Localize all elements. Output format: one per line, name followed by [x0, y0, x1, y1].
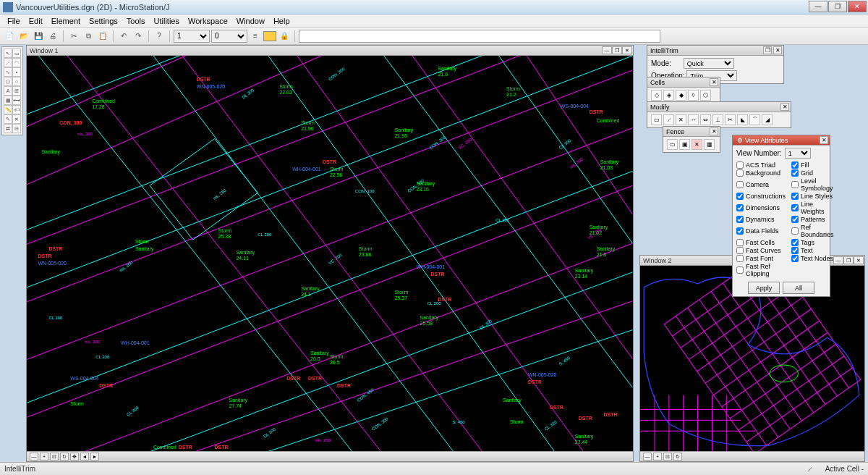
panel-modify-title[interactable]: Modify ✕ [647, 102, 791, 112]
save-file-button[interactable]: 💾 [32, 30, 45, 43]
view1-btn-next[interactable]: ► [90, 453, 99, 461]
panel-cells-close[interactable]: ✕ [710, 78, 718, 86]
modify-chamfer-button[interactable]: ◢ [762, 114, 773, 125]
tool-point[interactable]: • [12, 67, 21, 77]
intellitrim-mode-select[interactable]: Quick [684, 58, 734, 69]
menu-tools[interactable]: Tools [122, 15, 150, 27]
view2-btn-a[interactable]: — [643, 453, 652, 461]
fence-manipulate-button[interactable]: ✕ [692, 139, 702, 150]
panel-intellitrim-close[interactable]: ✕ [773, 46, 782, 54]
tool-select[interactable]: ↖ [4, 49, 12, 58]
panel-fence-title[interactable]: Fence ✕ [663, 127, 720, 137]
status-active-cell[interactable]: Active Cell - [825, 465, 864, 473]
view1-btn-a[interactable]: — [30, 453, 38, 461]
view1-canvas[interactable]: Combined 17.28 CON, 300 nls, 300 Sanitar… [27, 56, 633, 451]
tool-curve[interactable]: ∿ [4, 67, 12, 77]
lock-button[interactable]: 🔒 [278, 30, 291, 43]
open-file-button[interactable]: 📂 [17, 30, 30, 43]
viewattr-check-fast-ref-clipping[interactable] [736, 266, 744, 274]
view1-btn-pan[interactable]: ✥ [70, 453, 79, 461]
active-color-swatch[interactable] [263, 31, 276, 41]
viewattr-check-grid[interactable] [791, 169, 799, 177]
modify-trim-button[interactable]: ⊥ [712, 114, 723, 125]
linestyle-select[interactable]: 0 [211, 30, 247, 43]
cells-replace-button[interactable]: ◆ [676, 90, 686, 101]
tool-text[interactable]: A [4, 86, 12, 96]
viewattr-check-fill[interactable] [791, 161, 799, 169]
tool-delete[interactable]: ✕ [12, 114, 21, 124]
viewattr-check-fast-cells[interactable] [736, 239, 744, 246]
menu-workspace[interactable]: Workspace [184, 15, 232, 27]
fence-modify-button[interactable]: ▣ [679, 139, 690, 150]
redo-button[interactable]: ↷ [132, 30, 145, 43]
new-file-button[interactable]: 📄 [3, 30, 16, 43]
tool-change[interactable]: ⇄ [4, 124, 12, 133]
fence-delete-button[interactable]: ▦ [704, 139, 715, 150]
viewattr-viewnum-select[interactable]: 1 [785, 148, 811, 159]
window-minimize-button[interactable]: — [809, 1, 827, 12]
menu-window[interactable]: Window [232, 15, 269, 27]
view1-titlebar[interactable]: Window 1 — ❐ ✕ [27, 46, 633, 56]
menu-help[interactable]: Help [269, 15, 294, 27]
viewattr-check-line-styles[interactable] [791, 193, 799, 200]
viewattr-check-dynamics[interactable] [736, 216, 744, 223]
tool-line[interactable]: ⟋ [4, 58, 12, 67]
view1-btn-fit[interactable]: ⊡ [50, 453, 59, 461]
modify-fillet-button[interactable]: ⌒ [749, 114, 760, 125]
viewattr-check-camera[interactable] [736, 181, 744, 188]
copy-button[interactable]: ⧉ [82, 30, 95, 43]
tool-group[interactable]: ⊟ [12, 124, 21, 133]
tool-polygon[interactable]: ⬠ [4, 77, 12, 86]
view2-btn-fit[interactable]: ⊡ [663, 453, 672, 461]
viewattr-check-patterns[interactable] [791, 216, 799, 223]
viewattr-apply-button[interactable]: Apply [748, 282, 780, 294]
tool-circle[interactable]: ○ [12, 77, 21, 86]
modify-intellitrim-button[interactable]: ✂ [725, 114, 736, 125]
tool-arc[interactable]: ◠ [12, 58, 21, 67]
viewattr-check-text-nodes[interactable] [791, 255, 799, 262]
panel-modify-close[interactable]: ✕ [780, 103, 789, 111]
menu-file[interactable]: File [3, 15, 25, 27]
view1-btn-rotate[interactable]: ↻ [60, 453, 69, 461]
view2-btn-b[interactable]: + [653, 453, 662, 461]
menu-utilities[interactable]: Utilities [150, 15, 184, 27]
viewattr-check-fast-font[interactable] [736, 255, 744, 262]
tool-measure[interactable]: 📏 [4, 105, 12, 114]
panel-fence-close[interactable]: ✕ [710, 127, 718, 135]
view1-btn-prev[interactable]: ◄ [80, 453, 89, 461]
viewattr-check-tags[interactable] [791, 239, 799, 246]
view1-btn-b[interactable]: + [40, 453, 48, 461]
viewattr-check-constructions[interactable] [736, 193, 744, 200]
viewattr-all-button[interactable]: All [783, 282, 814, 294]
viewattr-check-dimensions[interactable] [736, 204, 744, 211]
viewattr-check-text[interactable] [791, 247, 799, 254]
view1-minimize[interactable]: — [602, 46, 612, 54]
print-button[interactable]: 🖨 [46, 30, 59, 43]
tool-cell[interactable]: ⊞ [12, 86, 21, 96]
panel-viewattr-title[interactable]: ⚙ View Attributes ✕ [733, 135, 830, 146]
tool-tag[interactable]: 🏷 [12, 105, 21, 114]
viewattr-check-data-fields[interactable] [736, 227, 744, 235]
panel-intellitrim-title[interactable]: IntelliTrim ❐ ✕ [647, 46, 783, 56]
help-button[interactable]: ? [153, 30, 166, 43]
tool-dimension[interactable]: ⟷ [12, 96, 21, 105]
modify-vertex-button[interactable]: ◣ [737, 114, 748, 125]
modify-break-button[interactable]: ✕ [676, 114, 686, 125]
cells-identify-button[interactable]: ◊ [688, 90, 699, 101]
viewattr-check-acs-triad[interactable] [736, 161, 744, 169]
cells-define-button[interactable]: ◈ [663, 90, 674, 101]
menu-edit[interactable]: Edit [25, 15, 47, 27]
modify-extend-button[interactable]: ↔ [688, 114, 699, 125]
window-maximize-button[interactable]: ❐ [828, 1, 847, 12]
view2-close[interactable]: ✕ [854, 256, 864, 264]
cut-button[interactable]: ✂ [67, 30, 80, 43]
lineweight-button[interactable]: ≡ [249, 30, 262, 43]
viewattr-check-background[interactable] [736, 169, 744, 177]
cells-place-button[interactable]: ◇ [651, 90, 662, 101]
window-close-button[interactable]: ✕ [848, 1, 867, 12]
viewattr-check-line-weights[interactable] [791, 204, 799, 211]
modify-element-button[interactable]: ▭ [651, 114, 662, 125]
modify-partial-delete-button[interactable]: ⟋ [663, 114, 674, 125]
view2-minimize[interactable]: — [833, 256, 843, 264]
menu-element[interactable]: Element [47, 15, 85, 27]
